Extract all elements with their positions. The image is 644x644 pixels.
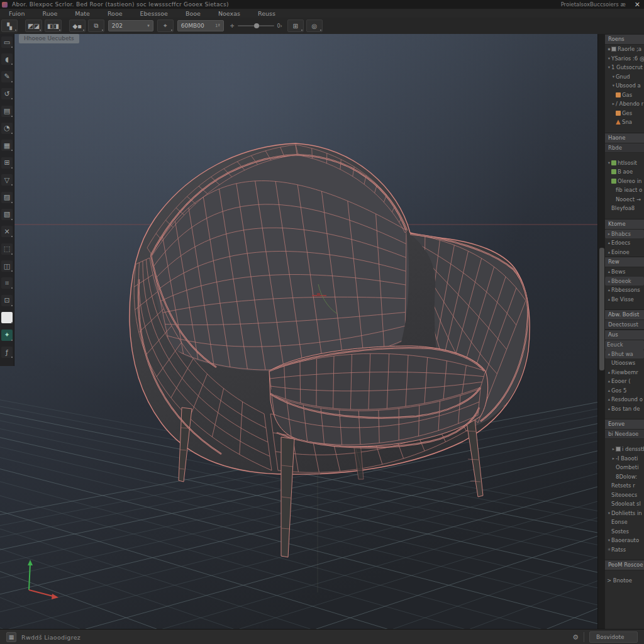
- outliner-row[interactable]: Oombeti: [605, 463, 644, 472]
- expand-arrow-icon[interactable]: ▸: [611, 99, 616, 109]
- outliner-row[interactable]: ▾Dohlietts in: [605, 509, 644, 518]
- menu-item-2[interactable]: Ruoe: [33, 10, 66, 17]
- tool-deform-icon[interactable]: ▽: [1, 174, 13, 186]
- slider-knob[interactable]: [254, 23, 259, 28]
- panel-subsection[interactable]: bi Needaoe: [605, 430, 644, 439]
- zoom-slider[interactable]: ✛0›: [230, 23, 282, 29]
- viewport-3d[interactable]: Hhoeoe Uecubets: [0, 34, 597, 629]
- material-button[interactable]: ◆▪: [69, 19, 86, 32]
- expand-arrow-icon[interactable]: ✳: [607, 545, 611, 555]
- outliner-row[interactable]: Nooect →: [605, 195, 644, 204]
- panel-section-header[interactable]: Rew: [605, 257, 644, 267]
- tool-draw-icon[interactable]: ✎: [1, 71, 13, 82]
- tool-box-icon[interactable]: ⊡: [1, 295, 13, 306]
- layout-button[interactable]: ▚: [1, 19, 18, 32]
- outliner-row[interactable]: ▾Baoerauto: [605, 536, 644, 545]
- outliner-row[interactable]: ▾Ubsood a: [605, 81, 644, 91]
- close-icon[interactable]: ✕: [635, 1, 640, 9]
- outliner-row[interactable]: ▸-I Baooti: [605, 454, 644, 464]
- outliner-row[interactable]: ▾Gnud: [605, 72, 644, 82]
- tool-add-icon[interactable]: ⊞: [1, 157, 13, 169]
- menu-item-1[interactable]: Fuion: [0, 10, 33, 17]
- outliner-row[interactable]: ▪Raorle ;a: [605, 45, 644, 54]
- expand-arrow-icon[interactable]: ▴: [607, 368, 611, 377]
- memory-field[interactable]: 60MB001ª: [177, 20, 224, 31]
- outliner-row[interactable]: Sostes: [605, 527, 644, 536]
- copy-paste-button[interactable]: ◧◨: [45, 19, 62, 32]
- tool-swatch-icon[interactable]: ■: [1, 312, 13, 323]
- render-button[interactable]: ◎: [306, 19, 323, 32]
- expand-arrow-icon[interactable]: ▴: [607, 277, 611, 286]
- expand-arrow-icon[interactable]: ▴: [607, 267, 611, 277]
- status-icon[interactable]: ▦: [6, 632, 16, 642]
- expand-arrow-icon[interactable]: ▾: [607, 509, 611, 518]
- outliner-row[interactable]: ▴Be Visse: [605, 295, 644, 304]
- undo-redo-button[interactable]: ◩◪: [25, 19, 42, 32]
- outliner-row[interactable]: > Bnotoe: [605, 576, 644, 586]
- outliner-row[interactable]: Eeuck: [605, 340, 644, 350]
- outliner-row[interactable]: ▴Gos 5: [605, 386, 644, 396]
- viewport-camera-label[interactable]: Hhoeoe Uecubets: [19, 34, 79, 43]
- outliner-row[interactable]: ▸i densstb: [605, 445, 644, 454]
- outliner-row[interactable]: ▴Bos tan de: [605, 404, 644, 414]
- menu-item-5[interactable]: Ebesssoe: [131, 10, 177, 17]
- tool-mesh-icon[interactable]: ▦: [1, 140, 13, 151]
- outliner-row[interactable]: Gas: [605, 91, 644, 100]
- outliner-row[interactable]: ▾htlsosit: [605, 158, 644, 168]
- tool-snap-icon[interactable]: ⌗: [1, 277, 13, 289]
- menu-item-6[interactable]: Booe: [177, 10, 209, 17]
- panel-section-header[interactable]: Roens: [605, 34, 644, 45]
- outliner-row[interactable]: Sdooleat sl: [605, 499, 644, 509]
- expand-arrow-icon[interactable]: ▴: [607, 404, 611, 414]
- panel-section-header[interactable]: Abw. Bodist: [605, 309, 644, 320]
- outliner-row[interactable]: ▴Riewbemr: [605, 368, 644, 377]
- expand-arrow-icon[interactable]: ▾: [607, 536, 611, 545]
- tool-shade-icon[interactable]: ◔: [1, 123, 13, 134]
- outliner-row[interactable]: Siteoeecs: [605, 491, 644, 500]
- panel-section-header[interactable]: Aus: [605, 330, 644, 340]
- snap-button[interactable]: ⌖: [157, 19, 174, 32]
- outliner-row[interactable]: ▴Eoinoe: [605, 248, 644, 257]
- expand-arrow-icon[interactable]: ▴: [607, 377, 611, 386]
- outliner-row[interactable]: ▸Bhabcs: [605, 230, 644, 239]
- expand-arrow-icon[interactable]: ▾: [607, 63, 611, 72]
- outliner-row[interactable]: ▴Resdound o: [605, 395, 644, 404]
- tool-split-icon[interactable]: ◫: [1, 260, 13, 272]
- outliner-row[interactable]: ▾YSarios :6 @: [605, 54, 644, 64]
- outliner-row[interactable]: ▴Edoecs: [605, 238, 644, 248]
- outliner-row[interactable]: ▴Rbbessons: [605, 286, 644, 295]
- outliner-row[interactable]: Eonse: [605, 518, 644, 527]
- expand-arrow-icon[interactable]: ▪: [607, 45, 611, 54]
- outliner-row[interactable]: ▴Bews: [605, 267, 644, 277]
- outliner-row[interactable]: 8Dolow:: [605, 472, 644, 482]
- gear-icon[interactable]: ⚙: [572, 633, 579, 641]
- outliner-row[interactable]: B aoe: [605, 167, 644, 177]
- link-button[interactable]: ⧉: [88, 19, 104, 32]
- outliner-row[interactable]: ✳Ratss: [605, 545, 644, 555]
- expand-arrow-icon[interactable]: ▴: [607, 238, 611, 248]
- grid-view-button[interactable]: ⊞: [287, 19, 304, 32]
- expand-arrow-icon[interactable]: ▾: [607, 158, 611, 168]
- expand-arrow-icon[interactable]: ▸: [611, 445, 616, 454]
- tool-rotate-icon[interactable]: ↺: [1, 88, 13, 99]
- menu-item-4[interactable]: Rooe: [99, 10, 131, 17]
- tool-delete-icon[interactable]: ✕: [1, 226, 13, 237]
- panel-section-header[interactable]: PeoM Roscoe: [605, 560, 644, 570]
- mode-dropdown[interactable]: 202▾: [108, 20, 153, 31]
- panel-section-header[interactable]: Haone: [605, 133, 644, 143]
- outliner-row[interactable]: ▸/ Abendo r: [605, 99, 644, 109]
- expand-arrow-icon[interactable]: ▴: [607, 248, 611, 257]
- validate-button[interactable]: Bosvidote: [589, 631, 638, 643]
- outliner-row[interactable]: ▴Bhut wa: [605, 350, 644, 359]
- expand-arrow-icon[interactable]: ▾: [611, 72, 616, 82]
- expand-arrow-icon[interactable]: ▾: [611, 81, 616, 91]
- outliner-row[interactable]: fib ieact o: [605, 186, 644, 195]
- tool-texture-icon[interactable]: ▧: [1, 209, 13, 220]
- expand-arrow-icon[interactable]: ▸: [607, 230, 611, 239]
- menu-item-8[interactable]: Reuss: [249, 10, 284, 17]
- tool-curve-icon[interactable]: ◖: [1, 53, 13, 65]
- tool-frame-icon[interactable]: ⬚: [1, 243, 13, 255]
- expand-arrow-icon[interactable]: ▴: [607, 286, 611, 295]
- tool-function-icon[interactable]: ƒ: [1, 347, 13, 358]
- panel-section-header[interactable]: Ktome: [605, 219, 644, 230]
